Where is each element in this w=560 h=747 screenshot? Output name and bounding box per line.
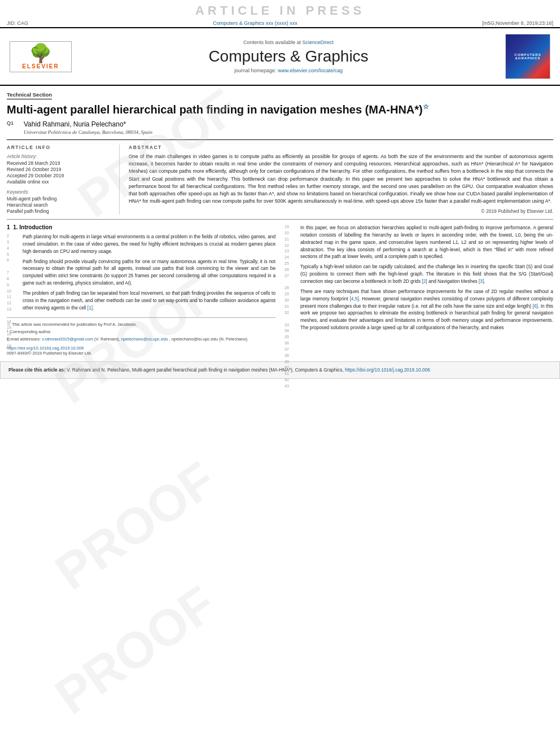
history-item-1: Revised 26 October 2019 bbox=[7, 167, 113, 172]
title-text: Multi-agent parallel hierarchical path f… bbox=[7, 103, 423, 116]
intro-para-2: Path finding should provide visually con… bbox=[23, 258, 275, 287]
ref-code: [m5G;November 8, 2019;23:16] bbox=[482, 20, 553, 26]
abstract-title: ABSTRACT bbox=[129, 145, 553, 150]
title-star: ☆ bbox=[423, 103, 429, 111]
email1-name: (V. Rahmani), bbox=[94, 337, 120, 342]
authors-line: Vahid Rahmani, Nuria Pelechano* bbox=[24, 120, 553, 128]
homepage-label: journal homepage: bbox=[234, 68, 277, 73]
intro-right-para-1: In this paper, we focus on abstraction h… bbox=[300, 224, 553, 260]
email2-link[interactable]: npelechano@cs.upc.edu bbox=[121, 337, 168, 342]
contents-label: Contents lists available at bbox=[243, 40, 301, 45]
citation-label: Please cite this article as: bbox=[8, 367, 65, 373]
article-in-press-banner: ARTICLE IN PRESS bbox=[0, 0, 560, 19]
abstract-text: One of the main challenges in video game… bbox=[129, 153, 553, 205]
ref-6: [6] bbox=[533, 303, 538, 309]
cover-box: COMPUTERS&GRAPHICS bbox=[505, 34, 550, 79]
article-info-col: ARTICLE INFO Article history: Received 2… bbox=[7, 145, 120, 215]
journal-cover-image: COMPUTERS&GRAPHICS bbox=[502, 34, 553, 79]
homepage-url[interactable]: www.elsevier.com/locate/cag bbox=[278, 68, 343, 73]
keyword-2: Parallel path finding bbox=[7, 208, 113, 214]
email2-suffix: , npelechano@lsi.upc.edu (N. Pelechano). bbox=[169, 337, 249, 342]
citation-doi-link[interactable]: https://doi.org/10.1016/j.cag.2019.10.00… bbox=[345, 367, 430, 373]
keywords-label: Keywords: bbox=[7, 189, 113, 195]
q1-marker: Q1 bbox=[7, 120, 14, 126]
top-meta-bar: JID: CAG Computers & Graphics xxx (xxxx)… bbox=[0, 19, 560, 27]
cover-box-text: COMPUTERS&GRAPHICS bbox=[514, 53, 541, 60]
intro-right-lined: 192021222324252627 2829303132 3334353637… bbox=[285, 224, 553, 331]
email-label: E-mail addresses: bbox=[7, 337, 41, 342]
journal-header: 🌳 ELSEVIER Contents lists available at S… bbox=[0, 27, 560, 86]
line-numbers-left: 23456 78910111213 1415161718 bbox=[7, 233, 11, 350]
article-body: Technical Section Multi-agent parallel h… bbox=[0, 86, 560, 356]
footnotes-section: ☆ This article was recommended for publi… bbox=[7, 317, 275, 343]
authors-text: Vahid Rahmani, Nuria Pelechano* bbox=[24, 120, 126, 128]
article-info-abstract-section: ARTICLE INFO Article history: Received 2… bbox=[7, 139, 553, 215]
journal-title-center: Contents lists available at ScienceDirec… bbox=[80, 34, 497, 79]
watermark-4: PROOF bbox=[45, 575, 226, 726]
footnote-email: E-mail addresses: v.rahmani2015@gmail.co… bbox=[7, 336, 275, 342]
article-title: Multi-agent parallel hierarchical path f… bbox=[7, 103, 553, 117]
article-history-label: Article history: bbox=[7, 154, 113, 159]
intro-section-num: 1 bbox=[7, 224, 10, 230]
intro-para-3: The problem of path finding can be separ… bbox=[23, 290, 275, 312]
intro-left-col: 1 1. Introduction 23456 78910111213 1415… bbox=[7, 224, 275, 356]
email1-link[interactable]: v.rahmani2015@gmail.com bbox=[42, 337, 93, 342]
ref-3: [3] bbox=[479, 278, 484, 284]
intro-section-title: 1. Introduction bbox=[13, 224, 52, 230]
authors-section: Q1 Vahid Rahmani, Nuria Pelechano* bbox=[24, 120, 553, 128]
watermark-3: PROOF bbox=[45, 451, 226, 602]
elsevier-logo-box: 🌳 ELSEVIER bbox=[10, 41, 72, 72]
banner-text: ARTICLE IN PRESS bbox=[195, 3, 365, 18]
section-divider bbox=[7, 219, 553, 220]
line-numbers-right: 192021222324252627 2829303132 3334353637… bbox=[285, 224, 289, 390]
history-item-2: Accepted 29 October 2019 bbox=[7, 173, 113, 178]
journal-ref: Computers & Graphics xxx (xxxx) xxx bbox=[28, 20, 482, 26]
keyword-0: Multi-agent path finding bbox=[7, 196, 113, 202]
history-item-0: Received 28 March 2019 bbox=[7, 160, 113, 166]
journal-main-title: Computers & Graphics bbox=[208, 47, 368, 65]
issn-text: 0097-8493/© 2019 Published by Elsevier L… bbox=[7, 351, 92, 356]
jid-label: JID: CAG bbox=[7, 20, 28, 26]
article-info-title: ARTICLE INFO bbox=[7, 145, 113, 150]
footnote-star: ☆ This article was recommended for publi… bbox=[7, 321, 275, 327]
history-item-3: Available online xxx bbox=[7, 179, 113, 185]
sciencedirect-link[interactable]: ScienceDirect bbox=[303, 40, 334, 45]
citation-box: Please cite this article as: V. Rahmani … bbox=[0, 361, 560, 378]
journal-homepage: journal homepage: www.elsevier.com/locat… bbox=[234, 68, 343, 73]
ref-1: [1] bbox=[88, 305, 93, 311]
citation-text: V. Rahmani and N. Pelechano, Multi-agent… bbox=[67, 367, 343, 373]
intro-right-col: 192021222324252627 2829303132 3334353637… bbox=[285, 224, 553, 356]
section-label: Technical Section bbox=[7, 91, 52, 99]
intro-right-para-2: Typically a high-level solution can be r… bbox=[300, 263, 553, 285]
keyword-1: Hierarchical search bbox=[7, 202, 113, 208]
introduction-section: 1 1. Introduction 23456 78910111213 1415… bbox=[7, 224, 553, 356]
abstract-col: ABSTRACT One of the main challenges in v… bbox=[129, 145, 553, 215]
intro-para-1: Path planning for multi-agents in large … bbox=[23, 233, 275, 255]
doi-link[interactable]: https://doi.org/10.1016/j.cag.2019.10.00… bbox=[7, 346, 84, 351]
intro-right-para-3: There are many techniques that have show… bbox=[300, 288, 553, 331]
intro-heading: 1 1. Introduction bbox=[7, 224, 275, 230]
elsevier-logo: 🌳 ELSEVIER bbox=[7, 34, 75, 79]
ref-4-5: [4,5] bbox=[350, 296, 359, 302]
footnote-star-text: This article was recommended for publica… bbox=[12, 322, 137, 327]
intro-left-lined: 23456 78910111213 1415161718 Path planni… bbox=[7, 233, 275, 312]
contents-line: Contents lists available at ScienceDirec… bbox=[243, 40, 334, 45]
ref-2: [2] bbox=[422, 278, 427, 284]
copyright-line: © 2019 Published by Elsevier Ltd. bbox=[129, 208, 553, 214]
doi-section: https://doi.org/10.1016/j.cag.2019.10.00… bbox=[7, 346, 275, 356]
affiliation: Universitat Politècnica de Catalunya, Ba… bbox=[24, 129, 553, 135]
elsevier-name: ELSEVIER bbox=[12, 63, 69, 69]
elsevier-tree-icon: 🌳 bbox=[12, 44, 69, 62]
footnote-corr: * Corresponding author. bbox=[7, 329, 275, 335]
